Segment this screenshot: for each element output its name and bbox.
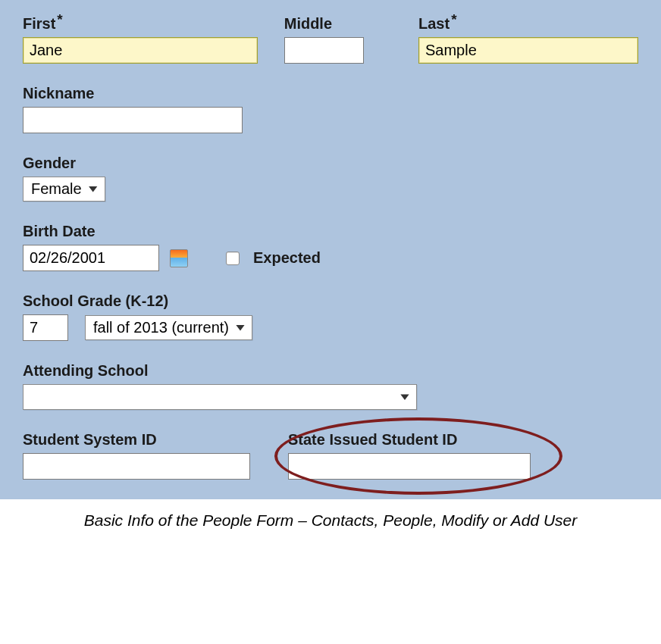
form-panel: First Middle Last Nickname Gender Female bbox=[0, 0, 661, 499]
attending-selected-text bbox=[31, 388, 393, 406]
state-issued-id-input[interactable] bbox=[288, 453, 531, 480]
student-system-id-label: Student System ID bbox=[23, 431, 250, 449]
first-name-label: First bbox=[23, 15, 284, 33]
state-issued-id-label: State Issued Student ID bbox=[288, 431, 531, 449]
nickname-label: Nickname bbox=[23, 85, 638, 102]
ids-row: Student System ID State Issued Student I… bbox=[23, 431, 638, 480]
grade-section: School Grade (K-12) fall of 2013 (curren… bbox=[23, 292, 638, 341]
expected-checkbox[interactable] bbox=[226, 252, 240, 265]
expected-label: Expected bbox=[253, 249, 321, 267]
grade-label: School Grade (K-12) bbox=[23, 292, 638, 310]
gender-select[interactable]: Female bbox=[23, 177, 105, 202]
middle-name-label: Middle bbox=[284, 15, 418, 33]
nickname-section: Nickname bbox=[23, 85, 638, 133]
gender-selected-text: Female bbox=[31, 180, 82, 198]
gender-section: Gender Female bbox=[23, 155, 638, 202]
middle-name-input[interactable] bbox=[284, 37, 364, 64]
last-name-field: Last bbox=[418, 11, 638, 64]
chevron-down-icon bbox=[399, 392, 410, 402]
attending-section: Attending School bbox=[23, 362, 638, 410]
chevron-down-icon bbox=[88, 184, 99, 195]
first-name-input[interactable] bbox=[23, 37, 258, 64]
birth-date-input[interactable] bbox=[23, 245, 159, 271]
attending-select[interactable] bbox=[23, 384, 417, 410]
calendar-icon[interactable] bbox=[170, 249, 188, 267]
birth-date-label: Birth Date bbox=[23, 223, 638, 240]
birth-section: Birth Date Expected bbox=[23, 223, 638, 271]
first-name-field: First bbox=[23, 11, 284, 64]
name-row: First Middle Last bbox=[23, 11, 638, 64]
state-issued-id-field: State Issued Student ID bbox=[288, 431, 531, 480]
nickname-input[interactable] bbox=[23, 107, 243, 133]
chevron-down-icon bbox=[235, 323, 246, 333]
grade-input[interactable] bbox=[23, 314, 68, 341]
grade-term-selected-text: fall of 2013 (current) bbox=[93, 319, 229, 336]
attending-label: Attending School bbox=[23, 362, 638, 380]
figure-caption: Basic Info of the People Form – Contacts… bbox=[0, 499, 661, 542]
student-system-id-input[interactable] bbox=[23, 453, 250, 480]
gender-label: Gender bbox=[23, 155, 638, 172]
student-system-id-field: Student System ID bbox=[23, 431, 250, 480]
middle-name-field: Middle bbox=[284, 11, 418, 64]
grade-term-select[interactable]: fall of 2013 (current) bbox=[85, 315, 252, 340]
last-name-label: Last bbox=[418, 15, 638, 33]
last-name-input[interactable] bbox=[418, 37, 638, 64]
